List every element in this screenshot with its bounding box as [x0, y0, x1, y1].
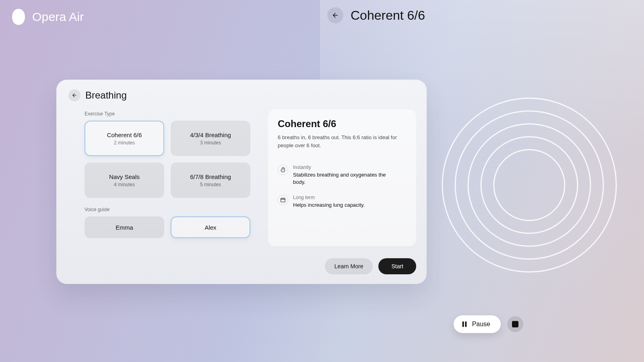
- svg-point-2: [481, 137, 578, 233]
- svg-rect-16: [465, 321, 466, 327]
- arrow-left-icon: [332, 12, 339, 19]
- svg-rect-15: [462, 321, 464, 327]
- exercise-tile-duration: 3 minutes: [200, 140, 221, 146]
- benefit-body: Helps increasing lung capacity.: [293, 202, 365, 209]
- svg-rect-11: [281, 198, 285, 202]
- exercise-tile[interactable]: Navy Seals4 minutes: [85, 162, 164, 198]
- exercise-tile-duration: 4 minutes: [114, 182, 135, 187]
- exercise-tile-duration: 5 minutes: [200, 182, 221, 187]
- card-back-button[interactable]: [68, 89, 80, 101]
- exercise-tile-title: 4/3/4 Breathing: [190, 132, 231, 138]
- stop-button[interactable]: [507, 316, 523, 332]
- exercise-back-button[interactable]: [327, 7, 343, 23]
- start-button[interactable]: Start: [378, 258, 416, 274]
- opera-ring-icon: [9, 7, 28, 27]
- detail-description: 6 breaths in, 6 breaths out. This 6:6 ra…: [278, 134, 398, 149]
- brand-logo: Opera Air: [9, 7, 84, 27]
- learn-more-button[interactable]: Learn More: [325, 258, 373, 274]
- exercise-detail-panel: Coherent 6/6 6 breaths in, 6 breaths out…: [268, 109, 416, 246]
- exercise-tile-title: Navy Seals: [109, 173, 140, 180]
- pause-icon: [461, 321, 468, 328]
- exercise-header: Coherent 6/6: [327, 7, 425, 23]
- benefit-label: Long term: [293, 195, 365, 200]
- voice-tile[interactable]: Alex: [171, 216, 250, 238]
- exercise-tile[interactable]: 4/3/4 Breathing3 minutes: [171, 121, 250, 156]
- stopwatch-icon: [278, 165, 288, 175]
- exercise-tile-duration: 2 minutes: [114, 140, 135, 146]
- exercise-tile-title: 6/7/8 Breathing: [190, 173, 231, 180]
- benefit-body: Stabilizes breathing and oxygenates the …: [293, 171, 390, 186]
- voice-tile[interactable]: Emma: [85, 216, 164, 238]
- breathing-settings-card: Breathing Exercise Type Coherent 6/62 mi…: [56, 80, 427, 284]
- brand-name: Opera Air: [32, 10, 84, 24]
- exercise-tile[interactable]: Coherent 6/62 minutes: [85, 121, 164, 156]
- detail-title: Coherent 6/6: [278, 118, 407, 130]
- voice-guide-label: Voice guide: [85, 207, 258, 212]
- exercise-title: Coherent 6/6: [351, 8, 425, 23]
- svg-point-4: [455, 111, 603, 259]
- benefit-label: Instantly: [293, 165, 390, 170]
- arrow-left-icon: [72, 93, 77, 98]
- exercise-tile-title: Coherent 6/6: [107, 132, 142, 138]
- exercise-tile[interactable]: 6/7/8 Breathing5 minutes: [171, 162, 250, 198]
- benefit-item: Long termHelps increasing lung capacity.: [278, 195, 407, 209]
- breathing-rings-visual: [437, 93, 622, 278]
- calendar-icon: [278, 195, 288, 205]
- svg-line-10: [285, 168, 285, 168]
- svg-point-1: [494, 150, 565, 220]
- svg-point-5: [442, 98, 616, 272]
- pause-label: Pause: [472, 321, 490, 328]
- pause-button[interactable]: Pause: [454, 315, 501, 333]
- exercise-type-label: Exercise Type: [85, 111, 258, 117]
- benefit-item: InstantlyStabilizes breathing and oxygen…: [278, 165, 407, 186]
- card-title: Breathing: [85, 90, 127, 101]
- svg-point-3: [468, 124, 590, 246]
- stop-icon: [512, 321, 518, 327]
